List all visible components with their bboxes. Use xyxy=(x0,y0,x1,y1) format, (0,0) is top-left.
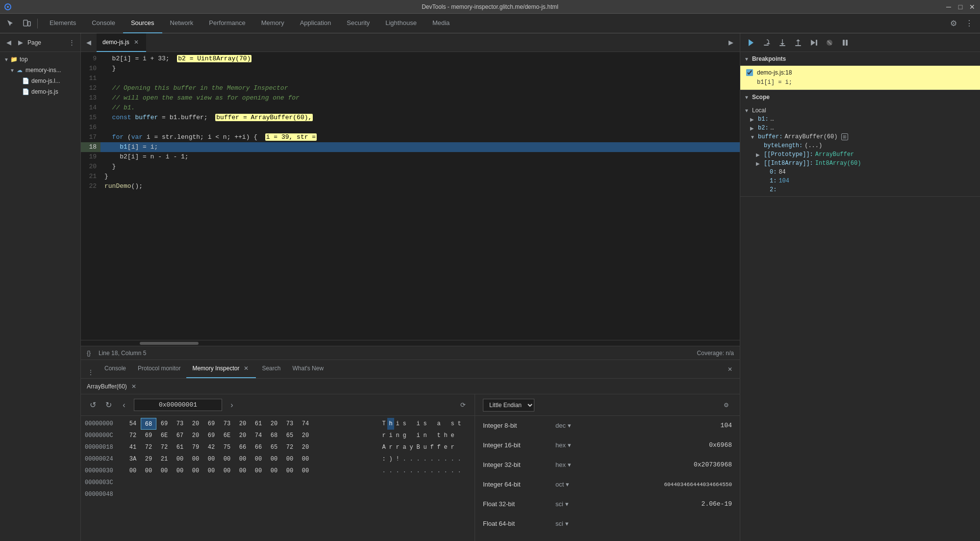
vi-format-int64[interactable]: oct ▾ xyxy=(555,481,595,488)
vi-format-int16[interactable]: hex ▾ xyxy=(555,441,595,449)
scope-local-header[interactable]: ▼ Local xyxy=(740,106,980,115)
mi-ascii-3-11[interactable]: . xyxy=(456,453,463,465)
mi-ascii-2-6[interactable]: u xyxy=(422,441,428,453)
mi-byte-4-6[interactable]: 00 xyxy=(219,465,235,477)
mi-byte-3-5[interactable]: 00 xyxy=(203,453,219,465)
mi-ascii-1-3[interactable]: g xyxy=(401,430,408,441)
more-button[interactable]: ⋮ xyxy=(962,17,976,30)
memory-icon[interactable]: ⊞ xyxy=(841,133,848,140)
mi-address-input[interactable] xyxy=(134,399,222,411)
mi-ascii-2-3[interactable]: a xyxy=(401,441,408,453)
scope-buffer[interactable]: ▼ buffer: ArrayBuffer(60) ⊞ xyxy=(740,132,980,141)
mi-byte-2-0[interactable]: 41 xyxy=(125,441,141,453)
mi-byte-1-10[interactable]: 65 xyxy=(282,430,298,441)
mi-byte-2-11[interactable]: 20 xyxy=(298,441,313,453)
mi-ascii-1-7[interactable] xyxy=(428,430,435,441)
mi-byte-0-9[interactable]: 20 xyxy=(266,418,282,430)
mi-ascii-0-6[interactable]: s xyxy=(422,418,428,430)
mi-ascii-3-7[interactable]: . xyxy=(428,453,435,465)
mi-ascii-3-2[interactable]: ! xyxy=(394,453,401,465)
mi-byte-0-11[interactable]: 74 xyxy=(298,418,313,430)
sidebar-nav-forward[interactable]: ▶ xyxy=(16,38,25,48)
mi-ascii-1-10[interactable]: e xyxy=(449,430,456,441)
panel-tab-memory-inspector[interactable]: Memory Inspector ✕ xyxy=(186,360,256,378)
mi-byte-3-10[interactable]: 00 xyxy=(282,453,298,465)
mi-byte-4-3[interactable]: 00 xyxy=(172,465,188,477)
sidebar-item-top[interactable]: ▼ 📁 top xyxy=(0,54,80,65)
mi-byte-2-3[interactable]: 61 xyxy=(172,441,188,453)
editor-tab-close[interactable]: ✕ xyxy=(132,38,140,46)
mi-refresh-button[interactable]: ⟳ xyxy=(457,399,469,411)
mi-ascii-1-9[interactable]: h xyxy=(442,430,449,441)
mi-byte-2-5[interactable]: 42 xyxy=(203,441,219,453)
mi-ascii-2-4[interactable]: y xyxy=(408,441,415,453)
mi-ascii-0-8[interactable]: a xyxy=(435,418,442,430)
mi-prev-button[interactable]: ‹ xyxy=(118,399,130,411)
debug-step-button[interactable] xyxy=(807,36,821,50)
mi-ascii-4-8[interactable]: . xyxy=(435,465,442,477)
editor-tab-demo-js[interactable]: demo-js.js ✕ xyxy=(97,33,146,52)
tab-elements[interactable]: Elements xyxy=(42,14,84,33)
mi-ascii-1-2[interactable]: n xyxy=(394,430,401,441)
mi-ascii-0-3[interactable]: s xyxy=(401,418,408,430)
mi-byte-3-8[interactable]: 00 xyxy=(251,453,266,465)
tab-security[interactable]: Security xyxy=(339,14,377,33)
mi-ascii-0-11[interactable]: t xyxy=(456,418,463,430)
mi-ascii-1-8[interactable]: t xyxy=(435,430,442,441)
mi-ascii-0-0[interactable]: T xyxy=(380,418,387,430)
mi-byte-4-2[interactable]: 00 xyxy=(156,465,172,477)
vi-format-float64[interactable]: sci ▾ xyxy=(555,520,595,527)
vi-settings-button[interactable]: ⚙ xyxy=(720,399,732,411)
panel-tab-search[interactable]: Search xyxy=(256,360,286,378)
tab-performance[interactable]: Performance xyxy=(201,14,253,33)
mi-ascii-2-5[interactable]: B xyxy=(415,441,422,453)
mi-redo-button[interactable]: ↻ xyxy=(102,399,114,411)
mi-ascii-4-3[interactable]: . xyxy=(401,465,408,477)
mi-byte-4-7[interactable]: 00 xyxy=(235,465,251,477)
maximize-button[interactable]: □ xyxy=(956,3,964,11)
mi-byte-3-6[interactable]: 00 xyxy=(219,453,235,465)
mi-ascii-0-2[interactable]: i xyxy=(394,418,401,430)
breakpoint-checkbox-0[interactable] xyxy=(746,69,753,76)
mi-byte-2-8[interactable]: 66 xyxy=(251,441,266,453)
tab-memory[interactable]: Memory xyxy=(253,14,292,33)
mi-byte-0-4[interactable]: 20 xyxy=(188,418,203,430)
vi-format-float32[interactable]: sci ▾ xyxy=(555,500,595,508)
mi-ascii-2-0[interactable]: A xyxy=(380,441,387,453)
mi-byte-4-9[interactable]: 00 xyxy=(266,465,282,477)
mi-byte-4-5[interactable]: 00 xyxy=(203,465,219,477)
mi-byte-2-4[interactable]: 79 xyxy=(188,441,203,453)
mi-ascii-4-10[interactable]: . xyxy=(449,465,456,477)
mi-byte-4-1[interactable]: 00 xyxy=(141,465,156,477)
mi-byte-3-7[interactable]: 00 xyxy=(235,453,251,465)
mi-byte-4-11[interactable]: 00 xyxy=(298,465,313,477)
inspect-element-button[interactable] xyxy=(4,17,18,30)
mi-ascii-2-10[interactable]: r xyxy=(449,441,456,453)
mi-ascii-2-7[interactable]: f xyxy=(428,441,435,453)
panel-tab-protocol[interactable]: Protocol monitor xyxy=(132,360,186,378)
mi-ascii-3-5[interactable]: . xyxy=(415,453,422,465)
scope-b2[interactable]: ▶ b2: … xyxy=(740,124,980,132)
mi-ascii-3-10[interactable]: . xyxy=(449,453,456,465)
scope-b1[interactable]: ▶ b1: … xyxy=(740,115,980,124)
mi-ascii-1-1[interactable]: i xyxy=(387,430,394,441)
mi-ascii-2-8[interactable]: f xyxy=(435,441,442,453)
breakpoints-header[interactable]: ▼ Breakpoints xyxy=(740,52,980,66)
mi-ascii-3-3[interactable]: . xyxy=(401,453,408,465)
tab-media[interactable]: Media xyxy=(425,14,457,33)
mi-ascii-3-1[interactable]: ) xyxy=(387,453,394,465)
mi-ascii-1-6[interactable]: n xyxy=(422,430,428,441)
mi-byte-0-8[interactable]: 61 xyxy=(251,418,266,430)
mi-ascii-2-9[interactable]: e xyxy=(442,441,449,453)
minimize-button[interactable]: ─ xyxy=(945,3,953,11)
mi-byte-1-8[interactable]: 74 xyxy=(251,430,266,441)
mi-byte-2-10[interactable]: 72 xyxy=(282,441,298,453)
mi-byte-2-7[interactable]: 66 xyxy=(235,441,251,453)
mi-ascii-0-5[interactable]: i xyxy=(415,418,422,430)
mi-ascii-4-4[interactable]: . xyxy=(408,465,415,477)
mi-ascii-4-0[interactable]: . xyxy=(380,465,387,477)
mi-byte-0-6[interactable]: 73 xyxy=(219,418,235,430)
mi-ascii-3-0[interactable]: : xyxy=(380,453,387,465)
mi-byte-0-2[interactable]: 69 xyxy=(156,418,172,430)
editor-nav-back[interactable]: ◀ xyxy=(83,37,95,49)
